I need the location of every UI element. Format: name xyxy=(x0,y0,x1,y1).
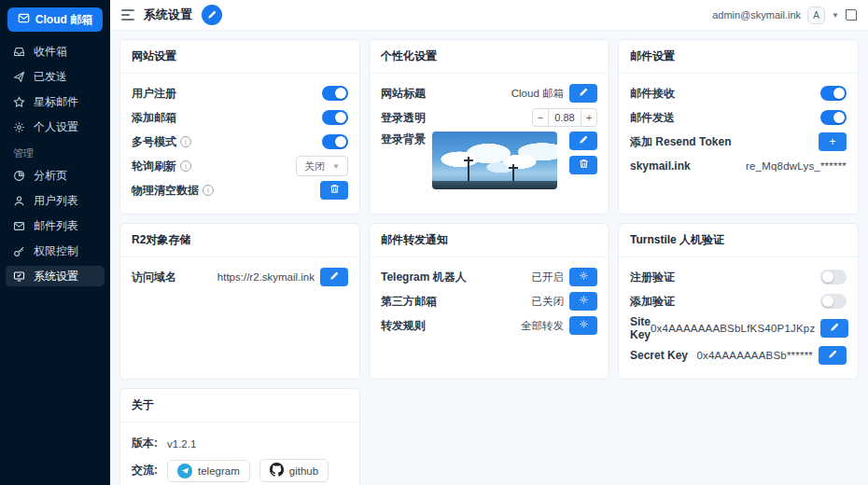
sidebar-item-permissions[interactable]: 权限控制 xyxy=(6,241,105,261)
setting-label: Secret Key xyxy=(630,349,688,362)
register-verify-toggle[interactable] xyxy=(820,270,847,284)
sidebar-item-user-list[interactable]: 用户列表 xyxy=(6,190,105,211)
trash-icon xyxy=(329,184,340,197)
gear-icon xyxy=(579,295,589,308)
sidebar-item-mail-list[interactable]: 邮件列表 xyxy=(6,215,105,236)
stepper-decrease-button[interactable]: − xyxy=(532,108,549,127)
info-icon[interactable]: i xyxy=(203,185,214,196)
setting-label: 添加 Resend Token xyxy=(630,134,731,150)
caret-down-icon[interactable]: ▼ xyxy=(832,11,839,20)
sidebar-item-label: 星标邮件 xyxy=(34,94,78,110)
chevron-down-icon: ▼ xyxy=(332,162,340,171)
brand-button[interactable]: Cloud 邮箱 xyxy=(7,7,103,32)
card-website-settings: 网站设置 用户注册 添加邮箱 多号模式i 轮询刷新i 关闭 xyxy=(119,39,360,215)
setting-row-register-verify: 注册验证 xyxy=(630,267,847,287)
edit-site-title-button[interactable] xyxy=(569,84,597,103)
telegram-bot-status: 已开启 xyxy=(532,270,565,284)
user-register-toggle[interactable] xyxy=(322,86,348,101)
stepper-increase-button[interactable]: + xyxy=(581,108,597,127)
secret-key-value: 0x4AAAAAAABSb****** xyxy=(696,350,813,361)
third-party-settings-button[interactable] xyxy=(569,292,597,311)
github-link-label: github xyxy=(289,465,318,477)
edit-secret-key-button[interactable] xyxy=(819,346,847,365)
edit-background-button[interactable] xyxy=(569,132,597,150)
info-icon[interactable]: i xyxy=(180,160,191,172)
card-title: Turnstile 人机验证 xyxy=(619,224,858,257)
add-resend-token-button[interactable]: + xyxy=(819,132,847,151)
card-personalization: 个性化设置 网站标题 Cloud 邮箱 登录透明 − 0.88 xyxy=(369,39,609,215)
setting-row-telegram-bot: Telegram 机器人 已开启 xyxy=(381,267,597,287)
add-verify-toggle[interactable] xyxy=(820,294,847,309)
edit-r2-domain-button[interactable] xyxy=(320,268,348,286)
setting-label: 轮询刷新 xyxy=(132,159,176,174)
sidebar-item-sent[interactable]: 已发送 xyxy=(6,66,105,87)
collapse-sidebar-icon[interactable] xyxy=(121,9,134,21)
edit-site-key-button[interactable] xyxy=(820,319,848,338)
setting-label: 注册验证 xyxy=(630,270,675,285)
login-background-image xyxy=(432,132,557,189)
multi-account-toggle[interactable] xyxy=(322,134,348,149)
delete-background-button[interactable] xyxy=(569,156,597,174)
sidebar-item-system-settings[interactable]: 系统设置 xyxy=(6,266,105,286)
setting-row-multi-account: 多号模式i xyxy=(132,132,348,152)
version-label: 版本: xyxy=(132,436,158,451)
sidebar-item-label: 权限控制 xyxy=(34,243,78,259)
card-about: 关于 版本: v1.2.1 交流: telegram xyxy=(119,388,360,485)
card-title: 邮件设置 xyxy=(619,40,858,74)
card-turnstile: Turnstile 人机验证 注册验证 添加验证 Site Key 0x4AAA… xyxy=(618,223,859,380)
pencil-icon xyxy=(828,349,837,362)
gear-icon xyxy=(579,270,589,284)
telegram-icon xyxy=(177,464,192,478)
pencil-icon xyxy=(579,134,588,147)
sidebar-item-starred[interactable]: 星标邮件 xyxy=(6,91,105,112)
purge-data-button[interactable] xyxy=(320,181,348,200)
add-mailbox-toggle[interactable] xyxy=(322,110,348,125)
sidebar-item-personal-settings[interactable]: 个人设置 xyxy=(6,117,105,137)
polling-refresh-select[interactable]: 关闭 ▼ xyxy=(296,156,348,176)
login-opacity-stepper: − 0.88 + xyxy=(532,108,597,127)
sidebar-item-label: 用户列表 xyxy=(34,193,78,209)
resend-token-value: re_Mq8dwLys_****** xyxy=(746,160,847,172)
main-content: 网站设置 用户注册 添加邮箱 多号模式i 轮询刷新i 关闭 xyxy=(110,32,868,485)
card-title: 网站设置 xyxy=(120,40,359,74)
user-icon xyxy=(13,195,25,207)
setting-label: 网站标题 xyxy=(381,86,426,102)
page-title: 系统设置 xyxy=(144,7,192,23)
setting-label: 转发规则 xyxy=(381,318,426,334)
setting-label: 登录透明 xyxy=(381,110,426,126)
telegram-bot-settings-button[interactable] xyxy=(569,268,597,286)
setting-row-r2-domain: 访问域名 https://r2.skymail.ink xyxy=(132,267,348,287)
setting-row-forward-rule: 转发规则 全部转发 xyxy=(381,315,597,336)
card-forward-notifications: 邮件转发通知 Telegram 机器人 已开启 第三方邮箱 已关闭 xyxy=(369,223,609,380)
sidebar-item-label: 已发送 xyxy=(34,69,67,85)
telegram-link-label: telegram xyxy=(198,465,240,477)
version-value: v1.2.1 xyxy=(167,438,196,450)
user-email: admin@skymail.ink xyxy=(712,9,801,21)
mail-send-toggle[interactable] xyxy=(820,110,847,125)
info-icon[interactable]: i xyxy=(180,136,191,147)
sidebar-item-label: 收件箱 xyxy=(34,44,67,60)
inbox-icon xyxy=(13,46,25,58)
setting-row-add-resend-token: 添加 Resend Token + xyxy=(630,132,847,152)
setting-row-add-verify: 添加验证 xyxy=(630,291,847,312)
setting-label: 邮件接收 xyxy=(630,86,675,102)
edit-title-button[interactable] xyxy=(202,5,222,25)
sidebar-item-inbox[interactable]: 收件箱 xyxy=(6,41,105,62)
fullscreen-icon[interactable] xyxy=(846,9,857,21)
sidebar-section-label: 管理 xyxy=(13,146,105,160)
avatar[interactable]: A xyxy=(807,7,825,24)
r2-domain-value: https://r2.skymail.ink xyxy=(217,271,315,283)
star-icon xyxy=(13,96,25,108)
mail-receive-toggle[interactable] xyxy=(820,86,847,101)
send-icon xyxy=(13,71,25,83)
stepper-value[interactable]: 0.88 xyxy=(549,108,581,127)
sidebar-item-analytics[interactable]: 分析页 xyxy=(6,165,105,186)
github-link-button[interactable]: github xyxy=(259,459,329,482)
setting-label: Telegram 机器人 xyxy=(381,270,467,285)
sidebar-item-label: 分析页 xyxy=(34,168,67,184)
forward-rule-settings-button[interactable] xyxy=(569,316,597,335)
setting-row-login-background: 登录背景 xyxy=(381,132,597,189)
setting-row-add-mailbox: 添加邮箱 xyxy=(132,107,348,128)
setting-row-user-register: 用户注册 xyxy=(132,83,348,104)
telegram-link-button[interactable]: telegram xyxy=(167,460,250,482)
